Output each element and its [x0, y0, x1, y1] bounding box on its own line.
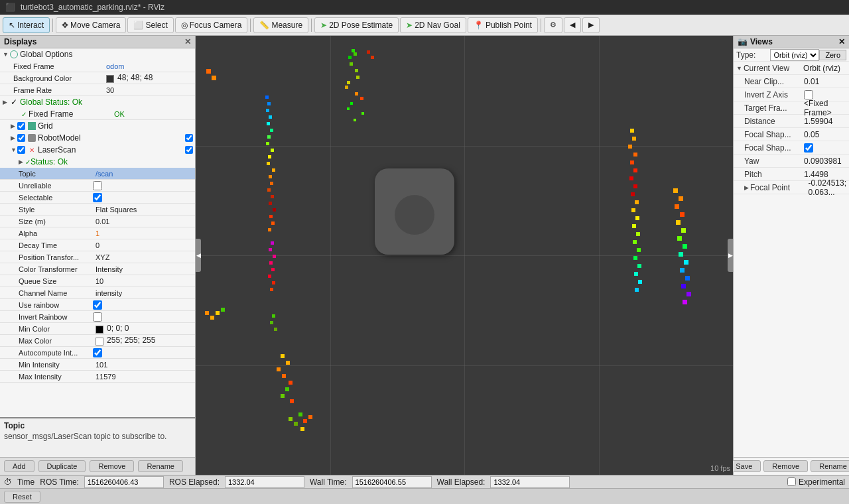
robot-checkbox[interactable]	[17, 134, 25, 142]
rename-button[interactable]: Rename	[138, 460, 183, 472]
alpha-value[interactable]: 1	[93, 229, 195, 237]
svg-rect-98	[205, 311, 209, 315]
global-status-arrow[interactable]: ▶	[3, 99, 9, 105]
svg-rect-67	[638, 280, 642, 284]
type-label: Type:	[736, 50, 770, 60]
style-value[interactable]: Flat Squares	[93, 206, 195, 214]
background-color-swatch[interactable]	[106, 75, 114, 83]
max-intensity-value[interactable]: 11579	[93, 373, 195, 381]
topic-row[interactable]: Topic /scan	[0, 168, 195, 180]
nav-fwd-button[interactable]: ▶	[582, 17, 600, 33]
left-collapse-handle[interactable]: ◀	[196, 239, 201, 272]
use-rainbow-checkbox[interactable]	[93, 300, 102, 310]
color-transformer-value[interactable]: Intensity	[93, 265, 195, 273]
svg-rect-96	[300, 427, 304, 431]
focal-point-arrow[interactable]: ▶	[744, 184, 749, 191]
focus-camera-button[interactable]: ◎ Focus Camera	[175, 17, 248, 33]
selectable-checkbox[interactable]	[93, 193, 102, 202]
viewport[interactable]: ◀ ▶ 10 fps	[196, 36, 733, 475]
invert-rainbow-checkbox[interactable]	[93, 312, 102, 322]
unreliable-checkbox[interactable]	[93, 181, 102, 190]
nav-back-button[interactable]: ◀	[564, 17, 581, 33]
interact-button[interactable]: ↖ Interact	[3, 17, 50, 33]
invert-z-checkbox[interactable]	[804, 90, 813, 99]
focal-shape1-value[interactable]: 0.05	[804, 130, 846, 139]
laser-arrow[interactable]: ▼	[11, 147, 17, 153]
svg-rect-75	[677, 236, 682, 241]
grid-row[interactable]: ▶ Grid	[0, 120, 195, 132]
right-collapse-handle[interactable]: ▶	[728, 239, 733, 272]
current-view-row[interactable]: ▼ Current View Orbit (rviz)	[734, 62, 849, 75]
toolbar-sep2	[250, 19, 251, 32]
laser-checkbox[interactable]	[17, 146, 25, 154]
views-close-button[interactable]: ✕	[838, 37, 845, 46]
fixed-frame-row: Fixed Frame odom	[0, 60, 195, 72]
extra-button[interactable]: ⚙	[544, 17, 562, 33]
svg-rect-89	[285, 387, 289, 391]
select-button[interactable]: ⬜ Select	[127, 17, 173, 33]
zero-button[interactable]: Zero	[819, 50, 846, 60]
publish-point-button[interactable]: 📍 Publish Point	[468, 17, 538, 33]
global-options-row[interactable]: ▼ Global Options	[0, 48, 195, 60]
topic-value[interactable]: /scan	[93, 170, 195, 178]
wall-time-input[interactable]	[352, 476, 432, 488]
remove-button[interactable]: Remove	[90, 460, 134, 472]
pose-estimate-button[interactable]: ➤ 2D Pose Estimate	[314, 17, 399, 33]
grid-checkbox[interactable]	[17, 122, 25, 130]
global-status-icon: ✓	[9, 97, 19, 107]
yaw-value[interactable]: 0.0903981	[804, 157, 846, 166]
invert-rainbow-label: Invert Rainbow	[0, 313, 93, 321]
queue-size-value[interactable]: 10	[93, 277, 195, 285]
laser-status-arrow[interactable]: ▶	[19, 158, 25, 165]
decay-value[interactable]: 0	[93, 241, 195, 249]
min-intensity-value[interactable]: 101	[93, 361, 195, 369]
distance-value[interactable]: 1.59904	[804, 117, 846, 126]
global-options-arrow[interactable]: ▼	[3, 51, 9, 58]
fixed-frame-value[interactable]: odom	[103, 62, 195, 70]
reset-button[interactable]: Reset	[4, 491, 40, 503]
min-color-value: 0; 0; 0	[93, 324, 195, 333]
max-color-swatch[interactable]	[96, 338, 103, 346]
size-label: Size (m)	[0, 218, 93, 225]
svg-rect-30	[267, 188, 271, 192]
svg-rect-32	[269, 202, 272, 205]
svg-rect-82	[686, 292, 691, 296]
robot-enable-checkbox[interactable]	[185, 134, 193, 142]
add-button[interactable]: Add	[4, 460, 34, 472]
grid-line-v1	[330, 36, 331, 475]
ros-time-input[interactable]	[84, 476, 164, 488]
near-clip-value[interactable]: 0.01	[804, 77, 846, 86]
distance-label: Distance	[744, 117, 804, 126]
ros-elapsed-input[interactable]	[225, 476, 304, 488]
measure-button[interactable]: 📏 Measure	[253, 17, 308, 33]
svg-rect-73	[676, 220, 681, 225]
current-view-value: Orbit (rviz)	[803, 64, 846, 73]
channel-name-value[interactable]: intensity	[93, 289, 195, 297]
nav-goal-button[interactable]: ➤ 2D Nav Goal	[400, 17, 466, 33]
position-transform-value[interactable]: XYZ	[93, 253, 195, 261]
displays-close-button[interactable]: ✕	[184, 37, 191, 46]
pitch-value[interactable]: 1.4498	[804, 170, 846, 179]
grid-arrow[interactable]: ▶	[11, 123, 17, 129]
autocompute-checkbox[interactable]	[93, 348, 102, 357]
type-select[interactable]: Orbit (rviz)	[770, 49, 819, 61]
robot-model-row[interactable]: ▶ RobotModel	[0, 132, 195, 144]
global-status-row[interactable]: ▶ ✓ Global Status: Ok	[0, 96, 195, 108]
size-value[interactable]: 0.01	[93, 218, 195, 225]
move-camera-button[interactable]: ✥ Move Camera	[56, 17, 126, 33]
right-remove-button[interactable]: Remove	[763, 460, 808, 472]
robot-arrow[interactable]: ▶	[11, 135, 17, 141]
current-view-arrow[interactable]: ▼	[736, 65, 742, 72]
laser-status-row[interactable]: ▶ ✓ Status: Ok	[0, 156, 195, 168]
right-rename-button[interactable]: Rename	[811, 460, 849, 472]
duplicate-button[interactable]: Duplicate	[38, 460, 86, 472]
laser-scan-row[interactable]: ▼ ✕ LaserScan	[0, 144, 195, 156]
svg-rect-17	[267, 102, 271, 105]
laser-enable-checkbox[interactable]	[185, 146, 193, 154]
wall-elapsed-input[interactable]	[490, 476, 570, 488]
min-color-swatch[interactable]	[96, 326, 103, 334]
focal-point-row[interactable]: ▶ Focal Point -0.024513; 0.063...	[734, 181, 849, 194]
experimental-checkbox[interactable]	[787, 477, 796, 486]
focal-shape2-checkbox[interactable]	[804, 143, 813, 153]
frame-rate-value[interactable]: 30	[103, 86, 195, 94]
